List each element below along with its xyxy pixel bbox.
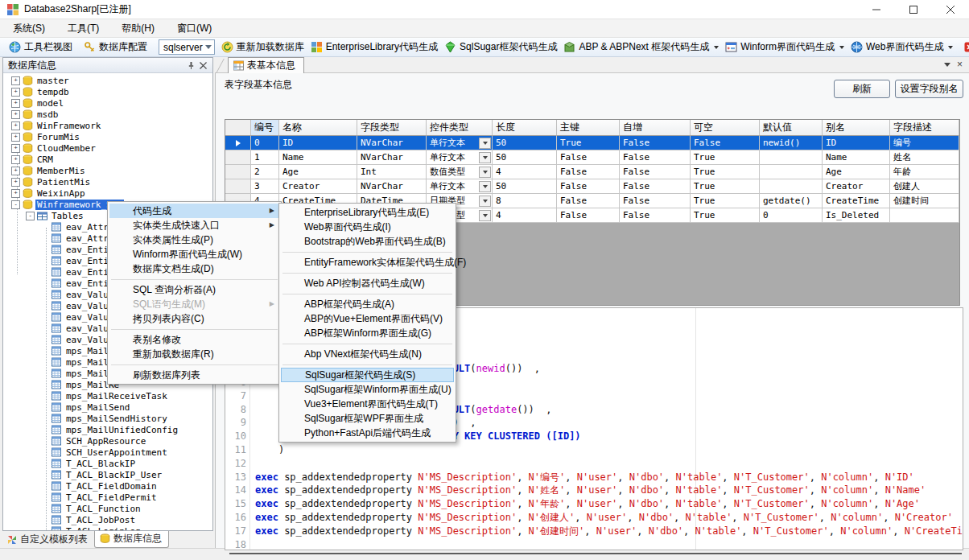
grid-cell[interactable]	[760, 150, 823, 165]
tab-custom-templates[interactable]: 自定义模板列表	[2, 532, 94, 548]
submenu-item[interactable]: SqlSugar框架WPF界面生成	[281, 411, 454, 426]
grid-row[interactable]: 2AgeInt数值类型4FalseFalseTrueAge年龄	[225, 165, 959, 179]
grid-cell[interactable]: Creator	[823, 179, 890, 194]
grid-header-cell[interactable]: 字段类型	[357, 120, 427, 136]
dropdown-button[interactable]	[479, 181, 491, 192]
grid-cell[interactable]: Creator	[279, 179, 357, 194]
grid-cell[interactable]: False	[620, 136, 691, 150]
tree-item[interactable]: SCH_AppResource	[3, 435, 212, 447]
grid-header-cell[interactable]: 编号	[251, 120, 279, 136]
expand-icon[interactable]: +	[11, 167, 20, 175]
minimize-button[interactable]	[858, 0, 895, 19]
tree-item[interactable]: +CRM	[3, 154, 212, 165]
toolbar-sqlsugar-button[interactable]: SqlSugar框架代码生成	[441, 39, 560, 56]
expand-icon[interactable]: +	[11, 99, 20, 108]
grid-cell[interactable]: NVarChar	[357, 150, 427, 165]
submenu-item[interactable]: Abp VNext框架代码生成(N)	[281, 347, 454, 361]
submenu-item[interactable]: Web API控制器代码生成(W)	[281, 276, 454, 290]
tree-item[interactable]: mps_MailReceiveTask	[3, 390, 212, 401]
grid-cell[interactable]: 单行文本	[427, 136, 493, 150]
grid-cell[interactable]: NVarChar	[357, 136, 427, 150]
tree-item[interactable]: +CloudMember	[3, 142, 212, 154]
toolbar-view-button[interactable]: 工具栏视图	[6, 39, 76, 56]
grid-cell[interactable]	[760, 179, 823, 194]
context-menu-item[interactable]: 表别名修改	[109, 332, 279, 347]
toolbar-dbconfig-button[interactable]: 数据库配置	[80, 39, 151, 56]
grid-cell[interactable]: CreateTime	[823, 194, 890, 208]
grid-cell[interactable]: False	[620, 179, 691, 194]
expand-icon[interactable]: +	[11, 133, 20, 142]
refresh-button[interactable]: 刷新	[834, 80, 890, 98]
tree-item[interactable]: +PatientMis	[3, 176, 212, 187]
grid-cell[interactable]: NVarChar	[357, 179, 427, 194]
submenu-item[interactable]: ABP框架代码生成(A)	[281, 297, 454, 311]
database-type-select[interactable]: sqlserver	[159, 39, 215, 55]
grid-cell[interactable]: Age	[279, 165, 357, 179]
grid-cell[interactable]: Age	[823, 165, 890, 179]
grid-row-header[interactable]	[225, 150, 251, 165]
grid-cell[interactable]: 4	[493, 165, 557, 179]
grid-cell[interactable]: False	[620, 194, 691, 208]
grid-row[interactable]: 3CreatorNVarChar单行文本50FalseFalseTrueCrea…	[225, 179, 959, 194]
grid-cell[interactable]: 单行文本	[427, 150, 493, 165]
tree-item[interactable]: T_ACL_BlackIP_User	[3, 469, 212, 480]
expand-icon[interactable]: +	[11, 110, 20, 119]
tree-item[interactable]: T_ACL_FieldPermit	[3, 492, 212, 503]
menubar-item[interactable]: 帮助(H)	[112, 19, 164, 38]
close-tab-icon[interactable]: ×	[957, 60, 963, 68]
submenu-item[interactable]: Vue3+Element界面代码生成(T)	[281, 397, 454, 411]
grid-cell[interactable]: 0	[251, 136, 279, 150]
grid-cell[interactable]: 编号	[890, 136, 959, 150]
context-menu-item[interactable]: 数据库文档生成(D)	[109, 261, 279, 276]
context-menu-item[interactable]: 实体类属性生成(P)	[109, 233, 279, 247]
tree-item[interactable]: SCH_UserAppointment	[3, 447, 212, 458]
tree-item[interactable]: +msdb	[3, 109, 212, 120]
collapse-icon[interactable]: -	[26, 212, 35, 220]
grid-cell[interactable]: True	[691, 179, 760, 194]
context-menu-item[interactable]: 刷新数据库列表	[109, 368, 279, 382]
tab-table-basic-info[interactable]: 表基本信息	[228, 57, 304, 73]
grid-cell[interactable]: ID	[279, 136, 357, 150]
grid-cell[interactable]: False	[620, 165, 691, 179]
submenu-item[interactable]: ABP的Vue+Element界面代码(V)	[281, 311, 454, 326]
close-button[interactable]	[932, 0, 969, 19]
menubar-item[interactable]: 工具(T)	[58, 19, 109, 38]
grid-cell[interactable]: False	[691, 136, 760, 150]
grid-cell[interactable]: Int	[357, 165, 427, 179]
grid-cell[interactable]: 8	[493, 194, 557, 208]
grid-cell[interactable]: False	[620, 208, 691, 223]
submenu-item[interactable]: SqlSugar框架Winform界面生成(U)	[281, 382, 454, 397]
grid-cell[interactable]: True	[557, 136, 620, 150]
context-menu-item[interactable]: 实体类生成快速入口▶	[109, 218, 279, 233]
tree-item[interactable]: +model	[3, 97, 212, 109]
grid-cell[interactable]	[760, 165, 823, 179]
grid-header-cell[interactable]: 长度	[493, 120, 557, 136]
grid-cell[interactable]: ID	[823, 136, 890, 150]
toolbar-exit-button[interactable]: 退出	[961, 39, 969, 56]
grid-cell[interactable]: True	[691, 165, 760, 179]
tree-item[interactable]: +WeixinApp	[3, 187, 212, 199]
grid-cell[interactable]: 年龄	[890, 165, 959, 179]
tree-item[interactable]: T_ACL_LoginLog	[3, 525, 212, 530]
toolbar-winform-button[interactable]: Winform界面代码生成	[722, 39, 847, 56]
grid-cell[interactable]: 单行文本	[427, 179, 493, 194]
tree-item[interactable]: +master	[3, 75, 212, 86]
dropdown-button[interactable]	[479, 210, 491, 221]
expand-icon[interactable]: +	[11, 121, 20, 130]
toolbar-abp-button[interactable]: ABP & ABPNext 框架代码生成	[560, 39, 722, 56]
grid-cell[interactable]: getdate()	[760, 194, 823, 208]
expand-icon[interactable]: +	[11, 178, 20, 187]
submenu-item[interactable]: ABP框架Winform界面生成(G)	[281, 326, 454, 340]
tree-item[interactable]: T_ACL_JobPost	[3, 514, 212, 525]
grid-cell[interactable]: True	[691, 150, 760, 165]
dropdown-button[interactable]	[479, 152, 491, 163]
grid-row[interactable]: 1NameNVarChar单行文本50FalseFalseTrueName姓名	[225, 150, 959, 165]
tree-item[interactable]: T_ACL_FieldDomain	[3, 480, 212, 492]
expand-icon[interactable]: +	[11, 189, 20, 198]
grid-cell[interactable]: False	[557, 208, 620, 223]
submenu-item[interactable]: EnterpriseLibrary代码生成(E)	[281, 205, 454, 220]
expand-icon[interactable]: +	[11, 76, 20, 85]
grid-cell[interactable]: False	[557, 150, 620, 165]
toolbar-web-button[interactable]: Web界面代码生成	[847, 39, 956, 56]
tree-item[interactable]: mps_MailSend	[3, 401, 212, 413]
